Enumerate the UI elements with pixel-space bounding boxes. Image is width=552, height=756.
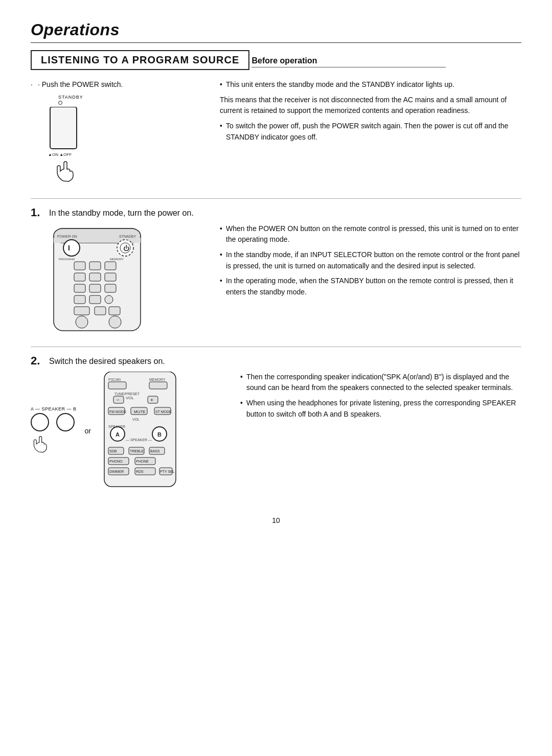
step2-content: A — SPEAKER — B or PSCAN MEMORY: [31, 372, 521, 496]
remote-control-svg: I ⏻ POWER ON STNADBY: [31, 223, 164, 336]
remote-speaker-section: PSCAN MEMORY TUNE/PRESET − + VOL FM MODE: [99, 372, 181, 491]
svg-text:+: +: [150, 397, 153, 403]
svg-text:STNADBY: STNADBY: [119, 235, 136, 238]
step1-bullet-3: In the operating mode, when the STANDBY …: [220, 276, 521, 297]
speaker-circle-b: [56, 413, 75, 431]
svg-text:RDS: RDS: [136, 470, 144, 473]
standby-text-2: This means that the receiver is not disc…: [220, 95, 521, 117]
step1-remote-illustration: I ⏻ POWER ON STNADBY: [31, 223, 204, 337]
svg-rect-16: [89, 273, 101, 281]
svg-rect-19: [89, 284, 101, 292]
section-heading: LISTENING TO A PROGRAM SOURCE: [31, 50, 249, 70]
svg-rect-24: [74, 307, 89, 315]
step2-text: Switch the desired speakers on.: [49, 354, 165, 366]
speakers-row: [31, 413, 77, 431]
svg-rect-23: [105, 295, 113, 304]
svg-rect-0: [50, 107, 77, 149]
svg-text:PTY SEL: PTY SEL: [160, 470, 175, 473]
speaker-circles-group: A — SPEAKER — B: [31, 406, 77, 455]
svg-rect-15: [74, 273, 85, 281]
step2-bullets: Then the corresponding speaker indicatio…: [240, 372, 521, 424]
svg-point-27: [76, 316, 88, 328]
step1-number: 1.: [31, 206, 49, 219]
standby-bullet-1: This unit enters the standby mode and th…: [220, 79, 521, 90]
svg-text:TREBLE: TREBLE: [130, 449, 144, 453]
standby-bullet-3: To switch the power off, push the POWER …: [220, 121, 521, 143]
or-label: or: [85, 427, 91, 435]
svg-rect-21: [74, 295, 85, 304]
svg-text:PSCAN: PSCAN: [108, 378, 121, 381]
svg-text:A: A: [116, 431, 120, 438]
step2-row: 2. Switch the desired speakers on.: [31, 354, 521, 368]
speaker-ab-label: A — SPEAKER — B: [31, 406, 77, 411]
step1-row: 1. In the standby mode, turn the power o…: [31, 206, 521, 219]
svg-rect-14: [105, 262, 116, 270]
title-divider: [31, 42, 521, 43]
step1-content: I ⏻ POWER ON STNADBY: [31, 223, 521, 337]
svg-point-5: [63, 240, 80, 256]
before-op-left: · Push the POWER switch. STANDBY ▲ON ▲OF…: [31, 79, 204, 189]
svg-text:DIMMER: DIMMER: [109, 470, 124, 473]
push-power-instruction: · Push the POWER switch.: [31, 79, 204, 90]
step2-left: A — SPEAKER — B or PSCAN MEMORY: [31, 372, 225, 496]
before-operation-section: · Push the POWER switch. STANDBY ▲ON ▲OF…: [31, 79, 521, 189]
step1-bullets: When the POWER ON button on the remote c…: [220, 223, 521, 302]
step2-bullet-1: Then the corresponding speaker indicatio…: [240, 372, 521, 394]
svg-rect-13: [89, 262, 101, 270]
speaker-illustration: A — SPEAKER — B or PSCAN MEMORY: [31, 372, 225, 491]
standby-label: STANDBY: [58, 95, 83, 100]
svg-text:BASS: BASS: [150, 449, 160, 453]
remote-speaker-svg: PSCAN MEMORY TUNE/PRESET − + VOL FM MODE: [99, 372, 181, 489]
standby-indicator-dot: [58, 101, 62, 105]
svg-text:−: −: [117, 397, 120, 403]
subsection-heading: Before operation: [251, 56, 446, 67]
step2-bullet-2: When using the headphones for private li…: [240, 398, 521, 420]
hand-icon-step2: [31, 433, 51, 454]
svg-rect-33: [108, 382, 126, 389]
step2-number: 2.: [31, 354, 49, 368]
svg-text:PHONO: PHONO: [109, 460, 123, 463]
before-op-right: This unit enters the standby mode and th…: [220, 79, 521, 189]
step2-divider: [31, 347, 521, 347]
speaker-circle-a: [31, 413, 49, 431]
svg-rect-17: [105, 273, 116, 281]
svg-rect-22: [89, 295, 101, 304]
page-title: Operations: [31, 20, 521, 39]
svg-rect-35: [149, 382, 167, 389]
svg-rect-12: [74, 262, 85, 270]
svg-rect-18: [74, 284, 85, 292]
svg-text:POWER ON: POWER ON: [57, 235, 77, 238]
svg-text:MEMORY: MEMORY: [110, 258, 124, 261]
step1-bullet-2: In the standby mode, if an INPUT SELECTO…: [220, 249, 521, 271]
step1-text: In the standby mode, turn the power on.: [49, 206, 194, 218]
page-number: 10: [31, 516, 521, 524]
svg-text:⏻: ⏻: [123, 245, 129, 252]
svg-point-28: [109, 316, 121, 328]
svg-text:PROGRAM: PROGRAM: [59, 258, 75, 261]
svg-text:▲ON  ▲OFF: ▲ON ▲OFF: [48, 152, 72, 157]
svg-text:VOL: VOL: [132, 418, 140, 421]
hand-pointer-icon: [53, 158, 79, 184]
svg-text:B: B: [157, 431, 162, 438]
switch-body-svg: ▲ON ▲OFF: [43, 107, 84, 163]
svg-text:I: I: [68, 244, 70, 252]
svg-text:FM MODE: FM MODE: [109, 410, 126, 414]
svg-text:MEMORY: MEMORY: [149, 378, 166, 381]
svg-rect-20: [105, 284, 116, 292]
svg-text:— SPEAKER —: — SPEAKER —: [126, 438, 152, 442]
svg-text:PHONE: PHONE: [136, 460, 149, 463]
power-switch-illustration: STANDBY ▲ON ▲OFF: [43, 95, 204, 185]
svg-text:ST MODE: ST MODE: [155, 410, 172, 414]
svg-rect-25: [95, 307, 106, 315]
svg-text:VOL: VOL: [126, 396, 134, 400]
step1-divider: [31, 198, 521, 199]
step1-bullet-1: When the POWER ON button on the remote c…: [220, 223, 521, 245]
svg-text:MUTE: MUTE: [134, 409, 146, 414]
svg-rect-26: [109, 307, 120, 315]
svg-text:SDB: SDB: [109, 449, 117, 453]
svg-text:TUNE/PRESET: TUNE/PRESET: [114, 392, 140, 396]
